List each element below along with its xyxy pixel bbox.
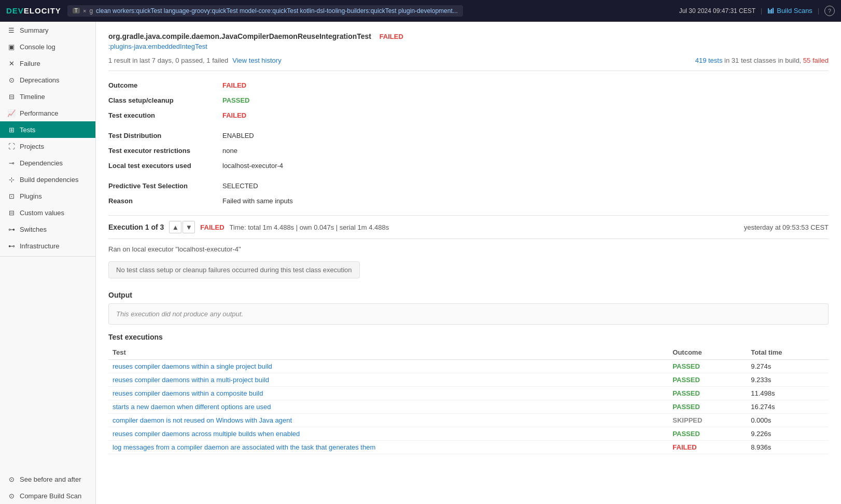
- help-button[interactable]: ?: [824, 6, 835, 16]
- sidebar-item-timeline[interactable]: ⊟ Timeline: [0, 88, 95, 105]
- executor-restrictions-label: Test executor restrictions: [108, 145, 222, 157]
- sidebar-label-performance: Performance: [20, 109, 58, 117]
- sidebar-bottom: ⊙ See before and after ⊙ Compare Build S…: [0, 471, 95, 504]
- test-name-link[interactable]: reuses compiler daemons within a composi…: [113, 389, 263, 397]
- tab-text: clean workers:quickTest language-groovy:…: [96, 7, 458, 15]
- sidebar-label-console-log: Console log: [20, 43, 55, 51]
- custom-values-icon: ⊟: [7, 208, 16, 217]
- dependencies-icon: ⊸: [7, 159, 16, 167]
- sidebar-label-plugins: Plugins: [20, 192, 42, 200]
- sidebar-label-deprecations: Deprecations: [20, 76, 60, 84]
- sidebar-item-dependencies[interactable]: ⊸ Dependencies: [0, 155, 95, 171]
- build-dep-icon: ⊹: [7, 175, 16, 184]
- test-meta: 1 result in last 7 days, 0 passed, 1 fai…: [108, 57, 829, 71]
- test-name-link[interactable]: log messages from a compiler daemon are …: [113, 443, 375, 451]
- table-row: reuses compiler daemons within a composi…: [108, 387, 829, 400]
- sidebar-item-summary[interactable]: ☰ Summary: [0, 22, 95, 38]
- dist-label: Test Distribution: [108, 130, 222, 142]
- build-datetime: Jul 30 2024 09:47:31 CEST: [679, 7, 755, 15]
- sidebar-item-console-log[interactable]: ▣ Console log: [0, 38, 95, 55]
- console-icon: ▣: [7, 43, 16, 51]
- sidebar-label-custom-values: Custom values: [20, 209, 64, 217]
- test-outcome: PASSED: [668, 400, 747, 414]
- test-name-link[interactable]: reuses compiler daemons across multiple …: [113, 430, 300, 438]
- sidebar-item-build-dependencies[interactable]: ⊹ Build dependencies: [0, 171, 95, 188]
- test-execution-value: FAILED: [222, 109, 829, 121]
- output-box: This execution did not produce any outpu…: [108, 303, 829, 325]
- build-scans-link[interactable]: Build Scans: [777, 7, 812, 15]
- sidebar-item-see-before-after[interactable]: ⊙ See before and after: [0, 471, 95, 487]
- sidebar-item-switches[interactable]: ⊶ Switches: [0, 221, 95, 237]
- sidebar-item-projects[interactable]: ⛶ Projects: [0, 138, 95, 155]
- local-executors-value: localhost-executor-4: [222, 160, 829, 172]
- test-outcome: PASSED: [668, 373, 747, 387]
- before-after-icon: ⊙: [7, 475, 16, 483]
- sidebar-item-performance[interactable]: 📈 Performance: [0, 105, 95, 121]
- executor-restrictions-value: none: [222, 145, 829, 157]
- test-count-suffix: in 31 test classes in build,: [724, 57, 803, 64]
- dist-value: ENABLED: [222, 130, 829, 142]
- local-executors-label: Local test executors used: [108, 160, 222, 172]
- topbar: DEVELOCITY T × g clean workers:quickTest…: [0, 0, 841, 22]
- table-row: reuses compiler daemons across multiple …: [108, 427, 829, 441]
- svg-rect-0: [768, 8, 769, 13]
- warning-icon: ⊙: [7, 76, 16, 84]
- content-area: org.gradle.java.compile.daemon.JavaCompi…: [96, 22, 841, 504]
- sidebar-item-compare-build-scan[interactable]: ⊙ Compare Build Scan: [0, 487, 95, 504]
- plugin-link[interactable]: :plugins-java:embeddedIntegTest: [108, 43, 829, 50]
- class-setup-label: Class setup/cleanup: [108, 94, 222, 106]
- tab-type: T: [73, 8, 80, 13]
- build-scans-icon: [767, 7, 775, 15]
- svg-rect-2: [771, 9, 772, 13]
- test-time: 16.274s: [747, 400, 829, 414]
- execution-label: Execution 1 of 3: [108, 223, 164, 231]
- details-grid: Outcome FAILED Class setup/cleanup PASSE…: [108, 79, 829, 207]
- test-time: 8.936s: [747, 441, 829, 454]
- outcome-value: FAILED: [222, 79, 829, 91]
- timeline-icon: ⊟: [7, 92, 16, 101]
- performance-icon: 📈: [7, 109, 16, 117]
- predictive-label: Predictive Test Selection: [108, 180, 222, 192]
- test-name-link[interactable]: reuses compiler daemons within a single …: [113, 362, 272, 370]
- failed-count-link[interactable]: 55 failed: [803, 57, 829, 64]
- test-time: 9.226s: [747, 427, 829, 441]
- view-test-history-link[interactable]: View test history: [232, 57, 281, 64]
- predictive-value: SELECTED: [222, 180, 829, 192]
- ran-on: Ran on local executor "localhost-executo…: [108, 245, 829, 253]
- list-icon: ☰: [7, 26, 16, 34]
- sidebar-item-failure[interactable]: ✕ Failure: [0, 55, 95, 72]
- topbar-right: Jul 30 2024 09:47:31 CEST | Build Scans …: [679, 6, 835, 16]
- info-box: No test class setup or cleanup failures …: [108, 261, 360, 278]
- test-name-link[interactable]: starts a new daemon when different optio…: [113, 403, 271, 411]
- build-tab[interactable]: T × g clean workers:quickTest language-g…: [67, 5, 463, 17]
- outcome-label: Outcome: [108, 79, 222, 91]
- svg-rect-3: [773, 8, 774, 13]
- sidebar-item-plugins[interactable]: ⊡ Plugins: [0, 188, 95, 204]
- test-header: org.gradle.java.compile.daemon.JavaCompi…: [108, 32, 829, 50]
- svg-rect-1: [769, 10, 770, 13]
- close-icon[interactable]: ×: [83, 8, 86, 14]
- col-test: Test: [108, 345, 668, 360]
- test-time: 0.000s: [747, 414, 829, 427]
- exec-next-button[interactable]: ▼: [183, 221, 195, 233]
- sidebar-label-dependencies: Dependencies: [20, 159, 63, 167]
- sidebar-label-failure: Failure: [20, 60, 40, 67]
- test-time: 9.233s: [747, 373, 829, 387]
- sidebar-item-custom-values[interactable]: ⊟ Custom values: [0, 204, 95, 221]
- table-row: log messages from a compiler daemon are …: [108, 441, 829, 454]
- sidebar-item-infrastructure[interactable]: ⊷ Infrastructure: [0, 237, 95, 254]
- test-outcome: SKIPPED: [668, 414, 747, 427]
- sidebar-item-tests[interactable]: ⊞ Tests: [0, 121, 95, 138]
- sidebar-label-compare-build-scan: Compare Build Scan: [20, 492, 81, 500]
- sidebar-label-switches: Switches: [20, 226, 47, 233]
- test-count-link[interactable]: 419 tests: [695, 57, 723, 64]
- test-result-summary: 1 result in last 7 days, 0 passed, 1 fai…: [108, 57, 228, 64]
- logo-dev: DEV: [6, 6, 24, 15]
- sidebar-label-see-before-after: See before and after: [20, 475, 81, 483]
- test-time: 11.498s: [747, 387, 829, 400]
- sidebar-item-deprecations[interactable]: ⊙ Deprecations: [0, 72, 95, 88]
- test-name-link[interactable]: reuses compiler daemons within a multi-p…: [113, 376, 269, 384]
- test-name-link[interactable]: compiler daemon is not reused on Windows…: [113, 416, 292, 424]
- x-icon: ✕: [7, 59, 16, 67]
- exec-prev-button[interactable]: ▲: [169, 221, 181, 233]
